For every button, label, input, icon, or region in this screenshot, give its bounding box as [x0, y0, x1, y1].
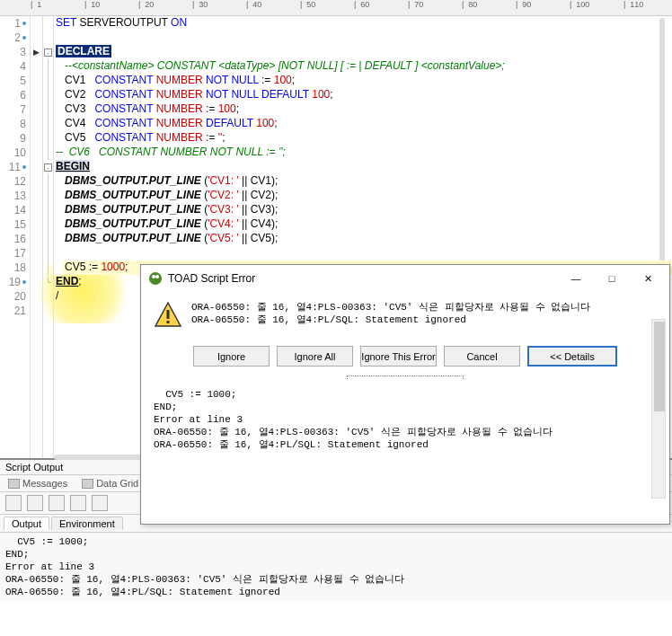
svg-point-0	[149, 272, 162, 285]
end-keyword: END	[56, 275, 78, 287]
cancel-button[interactable]: Cancel	[444, 346, 520, 367]
dialog-error-message: ORA-06550: 줄 16, 열4:PLS-00363: 'CV5' 식은 …	[191, 301, 657, 330]
ignore-all-button[interactable]: Ignore All	[277, 346, 353, 367]
svg-rect-5	[167, 321, 170, 323]
line-number-gutter: 1 2 3 4 5 6 7 8 9 10 11 12 13 14 15 16 1…	[0, 16, 31, 458]
dialog-details-text[interactable]: CV5 := 1000; END; Error at line 3 ORA-06…	[141, 384, 669, 460]
dialog-scrollbar[interactable]	[651, 319, 666, 499]
toolbar-print-button[interactable]	[92, 495, 108, 511]
svg-point-2	[155, 275, 159, 278]
details-button[interactable]: << Details	[527, 346, 617, 367]
environment-subtab[interactable]: Environment	[51, 517, 123, 530]
column-ruler: | 1| 10| 20| 30| 40| 50| 60| 70| 80| 90|…	[0, 0, 672, 16]
toolbar-button-1[interactable]	[5, 495, 22, 511]
dialog-titlebar[interactable]: TOAD Script Error — □ ✕	[141, 265, 669, 292]
maximize-button[interactable]: □	[594, 267, 630, 290]
ignore-this-error-button[interactable]: Ignore This Error	[360, 346, 437, 367]
fold-toggle-icon[interactable]: -	[44, 49, 52, 57]
toolbar-button-3[interactable]	[49, 495, 65, 511]
grid-icon	[82, 479, 93, 489]
warning-icon	[154, 301, 182, 330]
declare-keyword: DECLARE	[56, 45, 111, 57]
close-button[interactable]: ✕	[630, 267, 666, 290]
fold-toggle-icon[interactable]: -	[44, 163, 52, 172]
toad-icon	[148, 271, 163, 286]
messages-tab[interactable]: Messages	[5, 477, 70, 490]
marker-gutter: ▶	[31, 16, 43, 458]
svg-point-1	[152, 275, 155, 278]
toolbar-button-4[interactable]	[70, 495, 86, 511]
script-error-dialog: TOAD Script Error — □ ✕ ORA-06550: 줄 16,…	[140, 264, 670, 525]
minimize-button[interactable]: —	[558, 267, 594, 290]
dialog-title-text: TOAD Script Error	[168, 272, 255, 285]
data-grid-tab[interactable]: Data Grid	[79, 477, 141, 490]
ignore-button[interactable]: Ignore	[193, 346, 270, 367]
current-line-marker: ▶	[31, 45, 42, 59]
output-subtab[interactable]: Output	[4, 517, 49, 530]
toolbar-button-2[interactable]	[27, 495, 43, 511]
messages-icon	[8, 479, 20, 489]
begin-keyword: BEGIN	[56, 160, 90, 172]
output-text[interactable]: CV5 := 1000; END; Error at line 3 ORA-06…	[0, 533, 672, 601]
dialog-separator-icon[interactable]	[347, 375, 464, 379]
fold-gutter[interactable]: - - └	[43, 16, 54, 458]
svg-rect-4	[167, 310, 170, 319]
